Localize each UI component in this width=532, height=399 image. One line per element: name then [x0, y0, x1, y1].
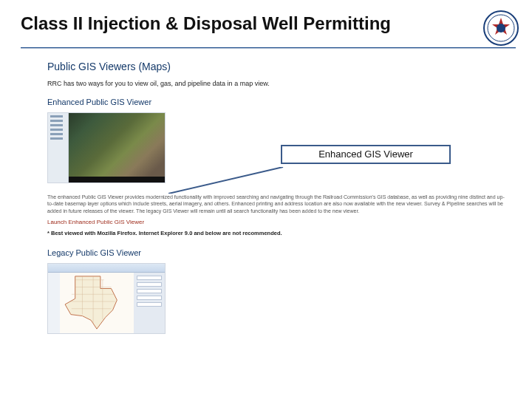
content-area: Public GIS Viewers (Maps) RRC has two wa… — [47, 61, 505, 337]
thumbnail-sidebar — [48, 113, 69, 183]
heading-enhanced: Enhanced Public GIS Viewer — [47, 98, 505, 106]
intro-text: RRC has two ways for you to view oil, ga… — [47, 80, 505, 87]
thumbnail-texas-map — [60, 273, 134, 333]
heading-legacy: Legacy Public GIS Viewer — [47, 248, 505, 257]
launch-enhanced-link[interactable]: Launch Enhanced Public GIS Viewer — [47, 219, 505, 225]
enhanced-description: The enhanced Public GIS Viewer provides … — [47, 194, 505, 214]
enhanced-viewer-thumbnail — [47, 112, 166, 183]
legacy-viewer-thumbnail — [47, 263, 166, 334]
svg-point-2 — [497, 24, 505, 33]
page-title: Class II Injection & Disposal Well Permi… — [21, 13, 391, 34]
callout-enhanced-gis: Enhanced GIS Viewer — [281, 145, 451, 164]
thumbnail-footer — [69, 177, 165, 183]
heading-public-gis: Public GIS Viewers (Maps) — [47, 61, 505, 72]
browser-note: * Best viewed with Mozilla Firefox. Inte… — [47, 230, 505, 236]
thumbnail-aerial-map — [69, 113, 165, 177]
title-divider — [21, 47, 516, 49]
thumbnail-left-panel — [48, 273, 60, 333]
thumbnail-right-panel — [134, 273, 165, 333]
agency-seal-icon — [483, 10, 519, 46]
thumbnail-toolbar — [48, 264, 165, 273]
